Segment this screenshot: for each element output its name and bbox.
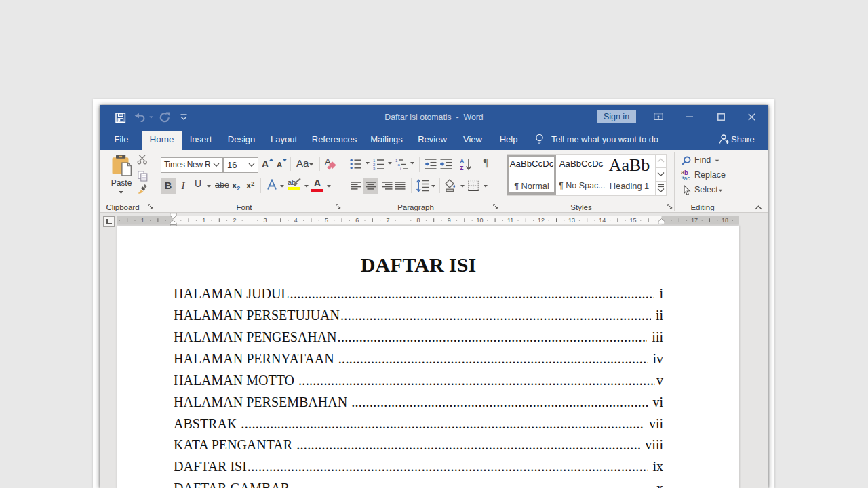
svg-text:10: 10 bbox=[476, 217, 483, 224]
svg-text:15: 15 bbox=[629, 217, 636, 224]
svg-text:7: 7 bbox=[386, 217, 389, 224]
svg-text:3: 3 bbox=[264, 217, 267, 224]
svg-text:9: 9 bbox=[448, 217, 451, 224]
svg-text:i: i bbox=[400, 167, 401, 170]
svg-text:1: 1 bbox=[202, 217, 205, 224]
svg-text:5: 5 bbox=[325, 217, 328, 224]
svg-text:2: 2 bbox=[233, 217, 236, 224]
svg-text:18: 18 bbox=[722, 217, 728, 224]
svg-text:3: 3 bbox=[373, 167, 376, 170]
svg-text:8: 8 bbox=[417, 217, 420, 224]
svg-text:1: 1 bbox=[373, 159, 376, 163]
svg-text:6: 6 bbox=[355, 217, 359, 224]
svg-text:1: 1 bbox=[395, 159, 398, 163]
svg-text:11: 11 bbox=[507, 217, 513, 224]
svg-text:14: 14 bbox=[599, 217, 606, 224]
svg-text:17: 17 bbox=[691, 217, 698, 224]
svg-text:ac: ac bbox=[684, 175, 691, 181]
svg-text:Z: Z bbox=[460, 165, 464, 171]
svg-text:12: 12 bbox=[538, 217, 545, 224]
svg-text:13: 13 bbox=[568, 217, 575, 224]
svg-text:4: 4 bbox=[294, 217, 298, 224]
svg-text:A: A bbox=[460, 158, 465, 165]
svg-text:1: 1 bbox=[141, 217, 144, 224]
